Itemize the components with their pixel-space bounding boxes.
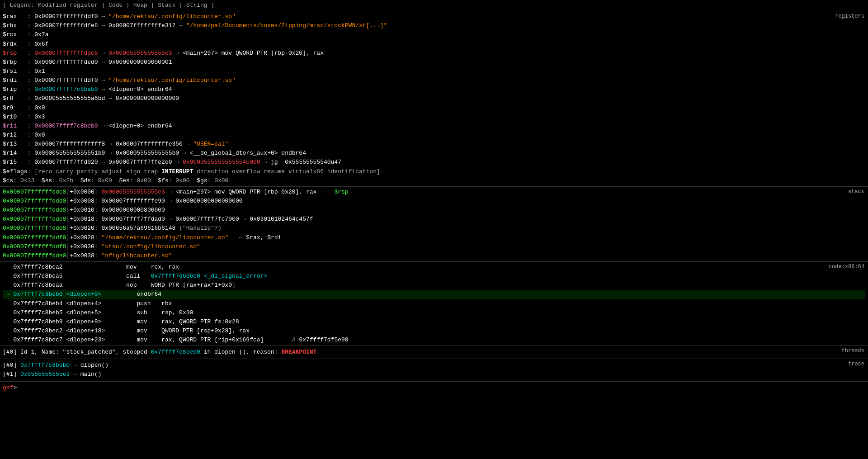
reg-rsp: $rsp : 0x00007fffffffddc8 → 0x0000555555… xyxy=(3,49,865,58)
reg-r11: $r11 : 0x00007ffff7c8beb0 → <dlopen+0> e… xyxy=(3,122,865,131)
stack-row-1: 0x00007fffffffddd0│+0x0008: 0x00007fffff… xyxy=(3,197,865,206)
registers-label: registers xyxy=(835,12,864,21)
reg-rip: $rip : 0x00007ffff7c8beb0 → <dlopen+0> e… xyxy=(3,85,865,94)
stack-row-4: 0x00007fffffffdde8│+0x0020: 0x00656a57a6… xyxy=(3,224,865,233)
stack-row-6: 0x00007fffffffddf8│+0x0030: "ktsu/.confi… xyxy=(3,242,865,251)
trace-row-1: [#1] 0x5555555555e3 → main() xyxy=(3,370,865,379)
reg-rsi: $rsi : 0x1 xyxy=(3,67,865,76)
seg-line: $cs: 0x33 $ss: 0x2b $ds: 0x00 $es: 0x00 … xyxy=(3,176,865,185)
stack-row-7: 0x00007fffffffdde0│+0x0038: "nfig/libcou… xyxy=(3,251,865,260)
legend-prefix: [ Legend: xyxy=(3,2,38,9)
reg-rbp: $rbp : 0x00007fffffffded0 → 0x0000000000… xyxy=(3,58,865,67)
gef-section[interactable]: gef> xyxy=(0,382,868,418)
code-row-7: 0x7ffff7c8bec7 <dlopen+23> mov rax, QWOR… xyxy=(3,336,865,345)
registers-section: registers $rax : 0x00007fffffffddf0 → "/… xyxy=(0,11,868,187)
code-section: code:x86:64 0x7ffff7c8bea2 mov rcx, rax … xyxy=(0,262,868,346)
reg-r14: $r14 : 0x0000555555555551b0 → 0x00005555… xyxy=(3,149,865,158)
legend-modified-register: Modified register xyxy=(38,2,98,9)
code-row-1: 0x7ffff7c8bea5 call 0x7ffff7d6d6c0 <_dl_… xyxy=(3,272,865,281)
code-row-4: 0x7ffff7c8beb5 <dlopen+5> sub rsp, 0x30 xyxy=(3,308,865,317)
reg-rax: $rax : 0x00007fffffffddf0 → "/home/rekts… xyxy=(3,12,865,21)
stack-label: stack xyxy=(848,188,864,196)
code-row-2: 0x7ffff7c8beaa nop WORD PTR [rax+rax*1+0… xyxy=(3,281,865,290)
reg-r12: $r12 : 0x0 xyxy=(3,131,865,140)
reg-r8: $r8 : 0x00005555555555a6bd → 0x000000000… xyxy=(3,94,865,103)
trace-row-0: [#0] 0x7ffff7c8beb0 → dlopen() xyxy=(3,361,865,370)
thread-row-0: [#0] Id 1, Name: "stock_patched", stoppe… xyxy=(3,348,865,357)
code-row-3: 0x7ffff7c8beb4 <dlopen+4> push rbx xyxy=(3,299,865,308)
stack-section: stack 0x00007fffffffddc8│+0x0000: 0x0000… xyxy=(0,187,868,262)
stack-row-5: 0x00007fffffffddf0│+0x0028: "/home/rekts… xyxy=(3,233,865,242)
trace-section: trace [#0] 0x7ffff7c8beb0 → dlopen() [#1… xyxy=(0,359,868,381)
code-label: code:x86:64 xyxy=(829,263,864,271)
reg-rcx: $rcx : 0x7a xyxy=(3,30,865,39)
threads-section: threads [#0] Id 1, Name: "stock_patched"… xyxy=(0,346,868,359)
reg-rdx: $rdx : 0x6f xyxy=(3,40,865,49)
stack-row-0: 0x00007fffffffddc8│+0x0000: 0x0000555555… xyxy=(3,188,865,197)
reg-r15: $r15 : 0x00007ffff7ffd020 → 0x00007ffff7… xyxy=(3,158,865,167)
reg-r10: $r10 : 0x3 xyxy=(3,113,865,122)
eflags-line: $eflags: [zero carry parity adjust sign … xyxy=(3,167,865,176)
code-row-5: 0x7ffff7c8beb9 <dlopen+9> mov rax, QWORD… xyxy=(3,317,865,327)
reg-rbx: $rbx : 0x00007fffffffdfe8 → 0x00007fffff… xyxy=(3,21,865,30)
code-row-current: → 0x7ffff7c8beb0 <dlopen+0> endbr64 xyxy=(3,290,865,299)
stack-row-2: 0x00007fffffffddd8│+0x0010: 0x0000000000… xyxy=(3,206,865,215)
legend-bar: [ Legend: Modified register | Code | Hea… xyxy=(0,0,868,11)
threads-label: threads xyxy=(842,347,864,355)
stack-row-3: 0x00007fffffffdde0│+0x0018: 0x00007ffff7… xyxy=(3,215,865,224)
reg-rdi: $rdi : 0x00007fffffffddf0 → "/home/rekts… xyxy=(3,76,865,85)
reg-r9: $r9 : 0x0 xyxy=(3,104,865,113)
gef-prompt: gef> xyxy=(3,383,865,393)
code-row-0: 0x7ffff7c8bea2 mov rcx, rax xyxy=(3,263,865,272)
reg-r13: $r13 : 0x00007ffffffffffff8 → 0x00007fff… xyxy=(3,140,865,149)
code-row-6: 0x7ffff7c8bec2 <dlopen+18> mov QWORD PTR… xyxy=(3,327,865,336)
trace-label: trace xyxy=(848,360,864,369)
